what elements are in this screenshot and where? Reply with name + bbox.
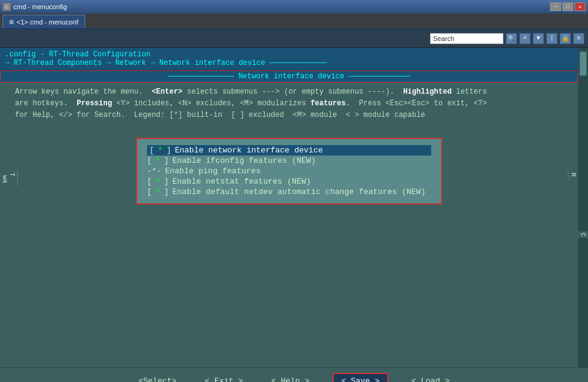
title-bar-title: cmd - menuconfig xyxy=(13,3,67,10)
menu-item-1[interactable]: [*] Enable ifconfig features (NEW) xyxy=(147,155,431,166)
help-button[interactable]: < Help > xyxy=(266,374,314,382)
menu-item-4[interactable]: [*] Enable default netdev automatic chan… xyxy=(147,187,431,197)
breadcrumb: .config - RT-Thread Configuration → RT-T… xyxy=(0,48,578,70)
side-label-wa: wa xyxy=(1,175,9,183)
menu-item-2-text: Enable ping features xyxy=(165,167,260,176)
search-button[interactable]: 🔍 xyxy=(506,33,517,44)
help-line2: are hotkeys. Pressing <Y> includes, <N> … xyxy=(6,98,572,110)
separator: | xyxy=(546,33,557,44)
menu-item-0[interactable]: [*] Enable network interface device xyxy=(147,145,431,155)
menu-panel: [*] Enable network interface device [*] … xyxy=(136,138,442,204)
breadcrumb-title: ─────────────── Network interface device… xyxy=(0,70,578,83)
app-icon: C xyxy=(2,2,11,11)
title-bar-buttons: ─ □ ✕ xyxy=(550,2,586,11)
help-line1: Arrow keys navigate the menu. <Enter> Ar… xyxy=(6,86,572,98)
menu-item-3[interactable]: [*] Enable netstat features (NEW) xyxy=(147,176,431,187)
menu-item-3-text: Enable netstat features (NEW) xyxy=(172,177,311,186)
menu-panel-wrapper: [*] Enable network interface device [*] … xyxy=(0,125,578,217)
title-bar: C cmd - menuconfig ─ □ ✕ xyxy=(0,0,588,13)
tab-icon: ⊞ xyxy=(9,19,14,25)
menu-item-1-text: Enable ifconfig features (NEW) xyxy=(172,156,315,165)
menu-button[interactable]: ≡ xyxy=(573,33,584,44)
maximize-button[interactable]: □ xyxy=(562,2,573,11)
main-content: .config - RT-Thread Configuration → RT-T… xyxy=(0,48,588,367)
tab-bar: ⊞ <1> cmd - menuconf xyxy=(0,13,588,29)
add-button[interactable]: + xyxy=(519,33,530,44)
scrollbar[interactable] xyxy=(578,48,588,367)
breadcrumb-path2: → RT-Thread Components → Network → Netwo… xyxy=(5,59,573,67)
close-button[interactable]: ✕ xyxy=(575,2,586,11)
menu-item-4-text: Enable default netdev automatic change f… xyxy=(172,187,425,197)
search-input[interactable] xyxy=(430,33,503,44)
help-text: Arrow keys navigate the menu. <Enter> Ar… xyxy=(0,83,578,125)
side-label-r: R xyxy=(570,173,577,177)
bottom-bar: <Select> < Exit > < Help > < Save > < Lo… xyxy=(0,367,588,382)
save-button[interactable]: < Save > xyxy=(333,373,388,382)
tab-1[interactable]: ⊞ <1> cmd - menuconf xyxy=(2,15,85,28)
lock-button[interactable]: 🔒 xyxy=(560,33,571,44)
side-label-left: T wa xyxy=(0,170,18,185)
help-line3: for Help, </> for Search. Legend: [*] bu… xyxy=(6,110,572,121)
breadcrumb-path: .config - RT-Thread Configuration xyxy=(5,50,573,59)
dropdown-button[interactable]: ▼ xyxy=(533,33,544,44)
scrollbar-thumb[interactable] xyxy=(579,51,587,76)
scroll-area: .config - RT-Thread Configuration → RT-T… xyxy=(0,48,578,367)
main-with-scroll: .config - RT-Thread Configuration → RT-T… xyxy=(0,48,588,367)
side-label-right: R xyxy=(568,170,578,179)
toolbar: 🔍 + ▼ | 🔒 ≡ xyxy=(0,29,588,48)
title-bar-left: C cmd - menuconfig xyxy=(2,2,67,11)
exit-button[interactable]: < Exit > xyxy=(200,374,247,382)
minimize-button[interactable]: ─ xyxy=(550,2,561,11)
menu-item-2[interactable]: -*- Enable ping features xyxy=(147,166,431,176)
side-label-t: T xyxy=(9,173,16,183)
tab-label: <1> cmd - menuconf xyxy=(17,18,78,26)
select-button[interactable]: <Select> xyxy=(134,374,181,382)
load-button[interactable]: < Load > xyxy=(407,374,454,382)
menu-item-0-text: Enable network interface device xyxy=(175,146,323,155)
